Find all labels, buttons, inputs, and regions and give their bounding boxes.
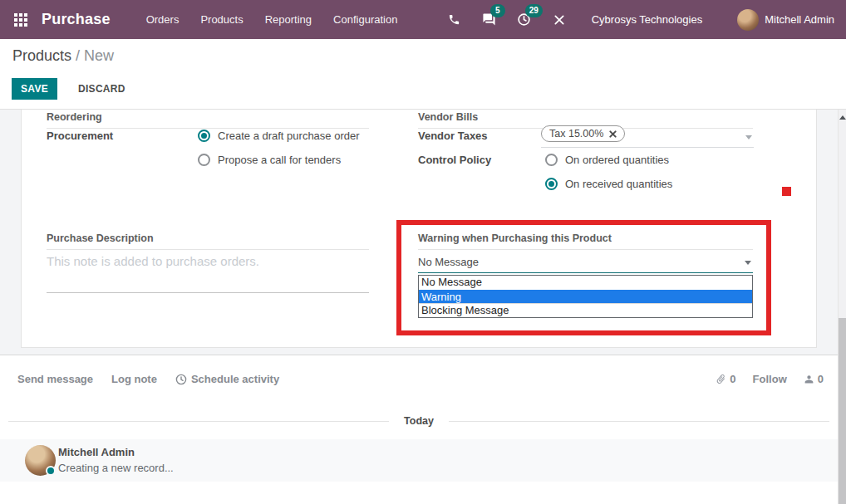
chatter-toolbar: Send message Log note Schedule activity … — [17, 373, 824, 385]
purchase-description-field[interactable]: This note is added to purchase orders. — [47, 254, 259, 268]
followers-button[interactable]: 0 — [804, 373, 824, 385]
control-policy-option-received[interactable]: On received quantities — [545, 176, 672, 191]
vendor-tax-tag: Tax 15.00% — [541, 125, 625, 142]
control-panel: Products / New SAVE DISCARD — [0, 39, 846, 110]
divider-line — [449, 421, 829, 422]
navbar-systray: 5 29 Cybrosys Technologies Mitchell Admi… — [430, 9, 834, 31]
control-policy-option-label: On received quantities — [565, 178, 672, 190]
control-policy-label: Control Policy — [418, 154, 491, 166]
dropdown-caret-icon[interactable] — [745, 135, 752, 139]
user-name[interactable]: Mitchell Admin — [765, 13, 834, 26]
date-divider-label: Today — [404, 415, 434, 427]
radio-unchecked-icon[interactable] — [198, 154, 210, 166]
tag-remove-icon[interactable] — [609, 130, 617, 138]
procurement-option-label: Propose a call for tenders — [218, 154, 341, 166]
radio-unchecked-icon[interactable] — [545, 154, 558, 166]
radio-checked-icon[interactable] — [545, 178, 558, 190]
save-button[interactable]: SAVE — [12, 78, 57, 100]
control-policy-option-ordered[interactable]: On ordered quantities — [545, 152, 669, 167]
main-menu: Orders Products Reporting Configuration — [135, 8, 409, 31]
procurement-option-label: Create a draft purchase order — [218, 130, 360, 142]
follower-icon — [804, 374, 814, 384]
tools-icon[interactable] — [548, 9, 570, 31]
form-sheet: Reordering Procurement Create a draft pu… — [21, 110, 817, 348]
follow-label: Follow — [753, 373, 787, 385]
log-note-label: Log note — [111, 373, 157, 385]
paperclip-icon — [714, 371, 729, 386]
menu-orders[interactable]: Orders — [135, 8, 190, 31]
app-title[interactable]: Purchase — [42, 11, 111, 28]
divider-line — [8, 421, 389, 422]
section-reordering: Reordering — [47, 111, 369, 129]
phone-icon[interactable] — [444, 9, 465, 31]
activities-badge: 29 — [525, 4, 543, 17]
date-divider: Today — [8, 413, 829, 428]
activities-icon[interactable]: 29 — [514, 9, 535, 31]
procurement-option-call-for-tenders[interactable]: Propose a call for tenders — [198, 152, 341, 167]
warning-select[interactable]: No Message — [418, 252, 753, 273]
schedule-activity-button[interactable]: Schedule activity — [175, 373, 279, 385]
attachment-count: 0 — [730, 373, 735, 385]
online-status-dot — [46, 466, 56, 476]
send-message-label: Send message — [17, 373, 93, 385]
vendor-tax-tag-label: Tax 15.00% — [549, 128, 603, 139]
control-policy-option-label: On ordered quantities — [565, 154, 669, 166]
vendor-taxes-field[interactable]: Tax 15.00% — [541, 125, 754, 148]
breadcrumb-products[interactable]: Products — [12, 47, 71, 64]
chatter: Send message Log note Schedule activity … — [0, 355, 838, 504]
chatter-message: Mitchell Admin Creating a new record... — [0, 439, 838, 482]
select-caret-icon — [745, 261, 751, 265]
section-purchase-description: Purchase Description — [47, 232, 369, 250]
vertical-scrollbar[interactable] — [838, 110, 846, 504]
company-name[interactable]: Cybrosys Technologies — [592, 13, 702, 26]
log-note-button[interactable]: Log note — [111, 373, 157, 385]
form-buttons: SAVE DISCARD — [12, 78, 125, 100]
follow-button[interactable]: Follow — [753, 373, 787, 385]
warning-dropdown-list: No Message Warning Blocking Message — [418, 275, 753, 318]
message-body: Creating a new record... — [58, 462, 174, 474]
vendor-taxes-label: Vendor Taxes — [418, 130, 488, 142]
messages-badge: 5 — [490, 4, 505, 17]
top-navbar: Purchase Orders Products Reporting Confi… — [0, 0, 846, 39]
warning-option-blocking-message[interactable]: Blocking Message — [419, 303, 752, 317]
procurement-option-draft-po[interactable]: Create a draft purchase order — [198, 128, 360, 143]
message-author: Mitchell Admin — [58, 446, 135, 458]
discard-button[interactable]: DISCARD — [78, 83, 125, 95]
scroll-up-icon[interactable] — [839, 115, 846, 120]
scrollbar-thumb[interactable] — [839, 318, 846, 504]
warning-option-warning[interactable]: Warning — [419, 290, 752, 304]
radio-checked-icon[interactable] — [198, 130, 210, 142]
odoo-window: Purchase Orders Products Reporting Confi… — [0, 0, 846, 504]
menu-reporting[interactable]: Reporting — [254, 8, 322, 31]
breadcrumb-separator: / — [76, 47, 80, 64]
attachments-button[interactable]: 0 — [716, 373, 735, 385]
warning-select-value: No Message — [418, 256, 479, 268]
follower-count: 0 — [818, 373, 824, 385]
chatter-right-tools: 0 Follow 0 — [699, 373, 824, 385]
menu-configuration[interactable]: Configuration — [322, 8, 408, 31]
schedule-activity-label: Schedule activity — [191, 373, 279, 385]
menu-products[interactable]: Products — [189, 8, 253, 31]
warning-option-no-message[interactable]: No Message — [419, 276, 752, 290]
breadcrumb: Products / New — [12, 47, 114, 65]
procurement-label: Procurement — [47, 130, 113, 142]
clock-icon — [175, 374, 187, 385]
apps-menu-icon[interactable] — [12, 11, 30, 29]
form-view: Reordering Procurement Create a draft pu… — [0, 110, 838, 355]
field-divider — [47, 292, 369, 293]
user-avatar[interactable] — [737, 9, 759, 31]
send-message-button[interactable]: Send message — [17, 373, 93, 385]
breadcrumb-new: New — [84, 47, 114, 64]
messages-icon[interactable]: 5 — [479, 9, 500, 31]
section-warning-purchasing: Warning when Purchasing this Product — [418, 232, 753, 250]
